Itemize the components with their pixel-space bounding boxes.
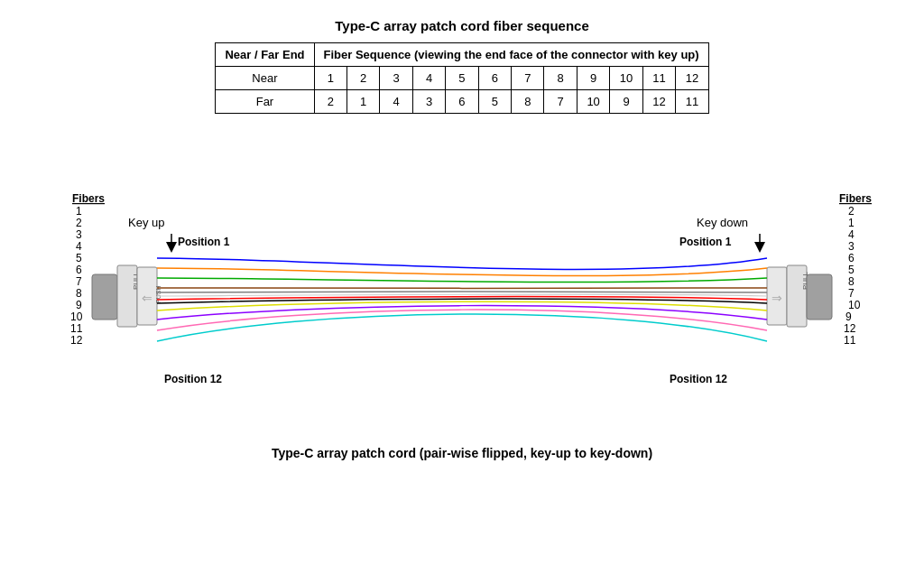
fiber-3-line [157,278,767,282]
left-fiber-9: 9 [76,299,82,311]
left-fibers-label: Fibers [72,192,105,205]
right-fiber-11: 11 [844,334,856,347]
right-fiber-1: 1 [848,217,855,229]
near-label: Near [216,67,314,90]
near-val-1: 1 [314,67,346,90]
far-val-8: 7 [544,90,577,114]
near-val-9: 9 [577,67,609,90]
left-fiber-10: 10 [70,311,83,323]
far-val-5: 6 [446,90,478,114]
right-push-arrow: ⇒ [772,291,782,305]
fiber-5-line [157,292,767,292]
right-fiber-4: 4 [848,228,855,241]
far-val-12: 11 [676,90,708,114]
right-fiber-8: 8 [848,275,855,288]
diagram-svg: Fibers 1 2 3 4 5 6 7 8 9 10 11 12 Fibers… [38,150,886,430]
far-label: Far [216,90,314,114]
near-val-4: 4 [412,67,445,90]
right-fiber-2: 2 [848,205,855,218]
right-fiber-3: 3 [848,240,855,253]
right-fiber-7: 7 [848,287,855,300]
diagram-container: Fibers 1 2 3 4 5 6 7 8 9 10 11 12 Fibers… [38,150,886,432]
near-far-header: Near / Far End [216,43,314,67]
left-fiber-3: 3 [76,228,82,241]
fiber-sequence-table: Near / Far End Fiber Sequence (viewing t… [215,42,708,114]
near-val-5: 5 [446,67,478,90]
key-down-label: Key down [697,216,748,229]
near-val-10: 10 [610,67,642,90]
left-fiber-11: 11 [70,322,83,335]
fiber-1-line [157,258,767,269]
right-fiber-5: 5 [848,264,855,276]
far-val-11: 12 [642,90,675,114]
key-up-label: Key up [128,216,164,229]
left-position1-label: Position 1 [178,236,230,248]
far-val-6: 5 [478,90,511,114]
near-val-8: 8 [544,67,577,90]
right-fiber-12: 12 [844,322,856,335]
near-row: Near 1 2 3 4 5 6 7 8 9 10 11 12 [216,67,708,90]
left-fiber-5: 5 [76,252,82,264]
right-fiber-10: 10 [848,299,861,311]
near-val-2: 2 [346,67,379,90]
left-fiber-6: 6 [76,264,82,276]
far-val-3: 4 [380,90,412,114]
far-val-4: 3 [412,90,445,114]
fiber-seq-header: Fiber Sequence (viewing the end face of … [314,43,708,67]
far-val-7: 8 [512,90,544,114]
left-fiber-1: 1 [76,205,82,218]
fiber-2-line [157,268,767,275]
near-val-11: 11 [642,67,675,90]
far-row: Far 2 1 4 3 6 5 8 7 10 9 12 11 [216,90,708,114]
near-val-7: 7 [512,67,544,90]
near-val-6: 6 [478,67,511,90]
left-plug-body [92,274,117,320]
left-fiber-2: 2 [76,217,82,229]
right-position12-label: Position 12 [670,373,727,385]
right-fibers-label: Fibers [839,192,872,205]
near-val-12: 12 [676,67,708,90]
right-fiber-9: 9 [845,311,852,323]
far-val-2: 1 [346,90,379,114]
left-fiber-7: 7 [76,275,82,288]
right-fiber-6: 6 [848,252,855,264]
far-val-10: 9 [610,90,642,114]
right-position1-label: Position 1 [679,236,732,248]
bottom-caption: Type-C array patch cord (pair-wise flipp… [272,446,652,460]
main-title: Type-C array patch cord fiber sequence [335,18,588,33]
left-fiber-12: 12 [70,334,83,347]
left-position12-label: Position 12 [164,373,222,385]
left-push-arrow: ⇐ [142,291,152,305]
far-val-9: 10 [577,90,609,114]
near-val-3: 3 [380,67,412,90]
fiber-6-line [157,294,767,296]
far-val-1: 2 [314,90,346,114]
left-fiber-4: 4 [76,240,82,253]
left-fiber-8: 8 [76,287,82,300]
right-plug-body [807,274,832,320]
